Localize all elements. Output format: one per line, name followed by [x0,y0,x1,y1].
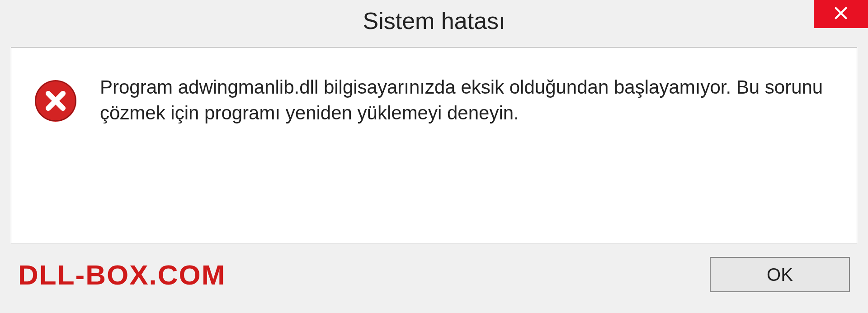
titlebar: Sistem hatası [0,0,868,42]
dialog-title: Sistem hatası [363,7,505,34]
error-icon [34,79,77,123]
content-panel: Program adwingmanlib.dll bilgisayarınızd… [11,47,857,243]
footer: DLL-BOX.COM OK [0,243,868,292]
ok-button-label: OK [767,265,793,285]
error-message: Program adwingmanlib.dll bilgisayarınızd… [100,75,834,126]
close-icon [833,5,849,23]
ok-button[interactable]: OK [710,257,850,292]
watermark-text: DLL-BOX.COM [18,259,226,291]
close-button[interactable] [814,0,868,28]
